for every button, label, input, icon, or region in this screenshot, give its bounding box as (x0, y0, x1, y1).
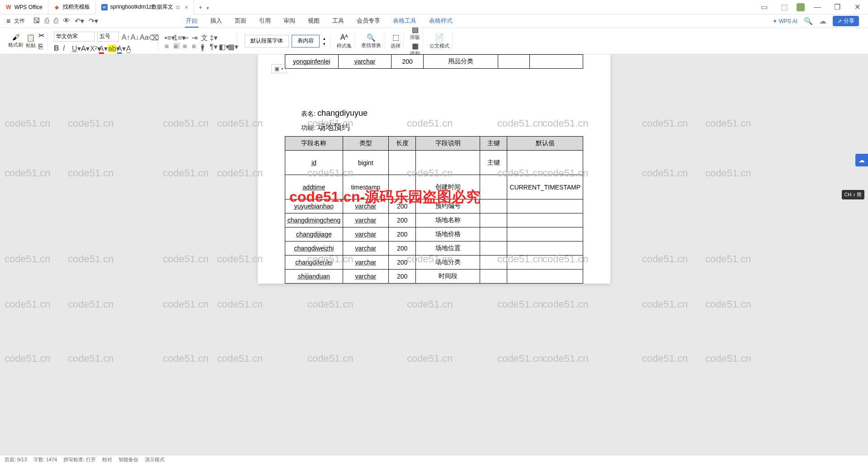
superscript-icon[interactable]: X²▾ (90, 44, 96, 51)
cell-pk (480, 213, 507, 227)
distribute-icon[interactable]: ‖ (201, 43, 207, 49)
layout-icon[interactable]: ▤ (410, 25, 420, 34)
underline-icon[interactable]: U▾ (72, 44, 78, 51)
line-spacing-icon[interactable]: ‡▾ (210, 33, 216, 40)
font-size-select[interactable] (97, 32, 119, 42)
minimize-button[interactable]: — (810, 1, 825, 14)
highlight-icon[interactable]: ab▾ (108, 44, 114, 51)
char-border-icon[interactable]: A̲ (126, 44, 132, 51)
grey-watermark: code51.cn (68, 118, 114, 129)
arrange-icon[interactable]: ▦ (410, 42, 420, 50)
fill-color-icon[interactable]: ◧▾ (219, 43, 225, 49)
paste-icon[interactable]: 📋 (26, 33, 36, 42)
tab-review[interactable]: 审阅 (283, 15, 296, 28)
tab-reference[interactable]: 引用 (258, 15, 272, 28)
cloud-icon[interactable]: ☁ (819, 17, 826, 25)
italic-icon[interactable]: I (63, 44, 69, 51)
border-icon[interactable]: ▦▾ (228, 43, 234, 49)
status-readmode[interactable]: 演示模式 (145, 456, 165, 463)
status-proof[interactable]: 校对 (102, 456, 112, 463)
cut-icon[interactable]: ✂ (38, 31, 44, 40)
number-list-icon[interactable]: 1≡▾ (174, 33, 180, 40)
text-direction-icon[interactable]: 文▾ (201, 33, 207, 40)
increase-indent-icon[interactable]: ⇥ (192, 33, 198, 40)
share-button[interactable]: ↗ 分享 (833, 16, 859, 26)
screenshot-icon[interactable]: ▭ (757, 1, 771, 14)
export-icon[interactable]: ⎙ (45, 17, 49, 25)
style-scroll-up-icon[interactable]: ▴ (323, 36, 326, 41)
decrease-font-icon[interactable]: A↓ (131, 33, 137, 40)
status-words[interactable]: 字数: 1474 (33, 456, 57, 463)
status-backup[interactable]: 智能备份 (118, 456, 138, 463)
add-tab-button[interactable]: + ▾ (194, 4, 213, 11)
find-icon[interactable]: 🔍 (361, 33, 381, 42)
file-menu[interactable]: ≡ 文件 (4, 17, 28, 25)
select-group[interactable]: ⬚ 选择 (388, 33, 404, 49)
style-scroll-down-icon[interactable]: ▾ (323, 42, 326, 46)
tab-table-style[interactable]: 表格样式 (428, 15, 453, 28)
undo-icon[interactable]: ↶▾ (75, 17, 84, 25)
tab-insert[interactable]: 插入 (209, 15, 223, 28)
tab-member[interactable]: 会员专享 (356, 15, 381, 28)
tab-page[interactable]: 页面 (234, 15, 247, 28)
increase-font-icon[interactable]: A↑ (122, 33, 128, 40)
redo-icon[interactable]: ↷▾ (89, 17, 98, 25)
tab-document[interactable]: W springbootkdm1z数据库文 ⧉ × (96, 0, 194, 14)
tab-popup-icon[interactable]: ⧉ (176, 4, 180, 10)
wps-ai-button[interactable]: ✦WPS AI (773, 18, 797, 24)
table-handle-icon[interactable]: ▣▾ (271, 64, 287, 73)
align-right-icon[interactable]: ≡ (183, 43, 189, 49)
decrease-indent-icon[interactable]: ⇤ (183, 33, 189, 40)
table-row[interactable]: changdijiagevarchar200场地价格 (285, 227, 583, 241)
document-area[interactable]: ▣▾ yongpinfenlei varchar 200 用品分类 表名: ch… (0, 54, 868, 455)
maximize-button[interactable]: ❐ (830, 1, 844, 14)
align-center-icon[interactable]: ≡ (174, 43, 180, 49)
shading-icon[interactable]: A▾ (117, 44, 123, 51)
clear-format-icon[interactable]: ⌫ (149, 33, 155, 40)
status-page[interactable]: 页面: 9/13 (5, 456, 27, 463)
paragraph-spacing-icon[interactable]: ¶▾ (210, 43, 216, 49)
cell-field: changdimingcheng (288, 217, 341, 224)
status-spell[interactable]: 拼写检查: 打开 (63, 456, 96, 463)
window-controls: ▭ ⬚ — ❐ ✕ (757, 1, 868, 14)
cell-len: 200 (388, 270, 416, 284)
cell-desc: 场地分类 (416, 256, 480, 270)
strike-icon[interactable]: A̶▾ (81, 44, 87, 51)
bold-icon[interactable]: B (54, 44, 60, 51)
bullet-list-icon[interactable]: •≡▾ (165, 33, 171, 40)
change-case-icon[interactable]: Aa (140, 33, 146, 40)
align-justify-icon[interactable]: ≡ (192, 43, 198, 49)
cloud-side-widget[interactable]: ☁ (855, 154, 868, 166)
styleset-group[interactable]: Aᴬ 样式集 (334, 33, 355, 49)
preview-icon[interactable]: 👁 (63, 17, 70, 25)
table-row[interactable]: idbigint主键 (285, 151, 583, 175)
table-row[interactable]: yongpinfenlei varchar 200 用品分类 (285, 55, 583, 69)
official-doc-group[interactable]: 📄 公文模式 (427, 33, 453, 49)
table-row[interactable]: changdimingchengvarchar200场地名称 (285, 213, 583, 227)
tab-view[interactable]: 视图 (307, 15, 321, 28)
table-row[interactable]: changdiweizhivarchar200场地位置 (285, 241, 583, 256)
cell-field: id (311, 159, 316, 166)
tab-template[interactable]: ◆ 找稻壳模板 (48, 0, 96, 14)
search-icon[interactable]: 🔍 (804, 17, 813, 25)
style-body[interactable]: 表内容 (292, 35, 320, 47)
cube-icon[interactable]: ⬚ (777, 1, 791, 14)
save-icon[interactable]: 🖫 (33, 17, 40, 25)
cell-pk: 主键 (480, 151, 507, 175)
tab-tools[interactable]: 工具 (331, 15, 345, 28)
close-icon[interactable]: × (184, 4, 188, 11)
tab-start[interactable]: 开始 (185, 15, 198, 28)
close-button[interactable]: ✕ (850, 1, 864, 14)
tab-wps-home[interactable]: W WPS Office (0, 0, 48, 14)
format-brush-icon[interactable]: 🖌 (8, 33, 23, 42)
copy-icon[interactable]: ⎘ (38, 43, 44, 51)
ime-badge[interactable]: CH ♪ 简 (842, 190, 865, 199)
print-icon[interactable]: ⎙ (54, 17, 58, 25)
font-color-icon[interactable]: A▾ (99, 44, 105, 51)
avatar-icon[interactable] (797, 3, 805, 11)
table-row[interactable]: shijianduanvarchar200时间段 (285, 270, 583, 284)
table-row[interactable]: changdifenleivarchar200场地分类 (285, 256, 583, 270)
align-left-icon[interactable]: ≡ (165, 43, 171, 49)
style-default[interactable]: 默认段落字体 (245, 35, 289, 47)
font-family-select[interactable] (54, 32, 94, 42)
